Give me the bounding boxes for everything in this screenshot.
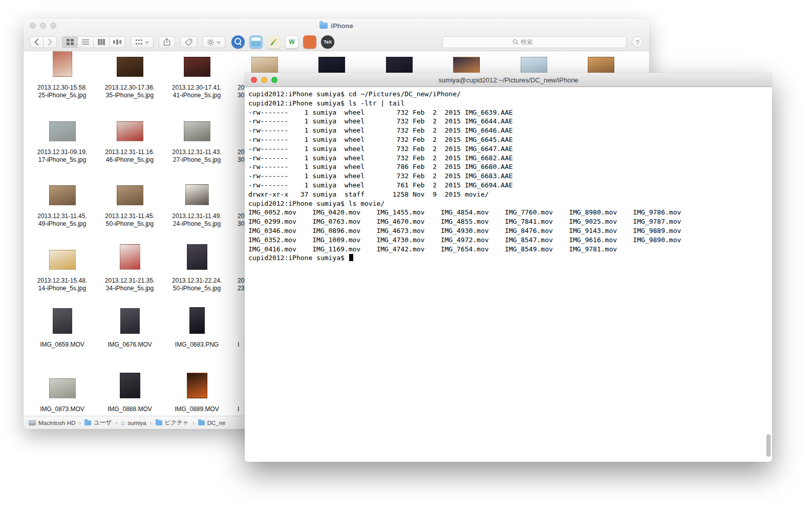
breadcrumb-item[interactable]: ユーザ bbox=[84, 419, 112, 426]
forward-icon bbox=[48, 38, 52, 46]
folder-icon bbox=[198, 420, 205, 425]
file-item[interactable]: IMG_0873.MOV bbox=[29, 369, 96, 413]
file-thumbnail[interactable] bbox=[53, 51, 72, 77]
file-name: IMG_0888.MOV bbox=[96, 406, 163, 413]
file-thumbnail[interactable] bbox=[189, 307, 205, 334]
file-thumbnail[interactable] bbox=[184, 121, 210, 141]
nav-buttons bbox=[30, 36, 57, 48]
terminal-content: cupid2012:iPhone sumiya$ cd ~/Pictures/D… bbox=[245, 87, 772, 462]
file-item[interactable]: 2013.12.31-11.45.50-iPhone_5s.jpg bbox=[96, 176, 163, 228]
file-item[interactable]: 2013.12.31-11.16.46-iPhone_5s.jpg bbox=[96, 112, 163, 164]
file-item[interactable]: 2013.12.31-15.48.14-iPhone_5s.jpg bbox=[29, 240, 96, 292]
share-button[interactable] bbox=[159, 36, 175, 48]
file-name: 2013.12.31-11.49.24-iPhone_5s.jpg bbox=[163, 212, 230, 228]
icon-view-button[interactable] bbox=[62, 36, 78, 48]
file-item[interactable]: IMG_0659.MOV bbox=[29, 304, 96, 349]
home-icon: ⌂ bbox=[121, 420, 125, 425]
search-input[interactable] bbox=[521, 38, 557, 46]
breadcrumb-item[interactable]: ⌂sumiya bbox=[121, 420, 146, 426]
file-name: 2013.12.30-17.41.41-iPhone_5s.jpg bbox=[163, 84, 230, 99]
file-thumbnail[interactable] bbox=[185, 184, 209, 205]
window-title-text: iPhone bbox=[331, 22, 353, 30]
file-item[interactable]: 2013.12.30-17.36.35-iPhone_5s.jpg bbox=[96, 51, 163, 99]
chevron-down-icon bbox=[217, 41, 221, 44]
breadcrumb-item[interactable]: ピクチャ bbox=[156, 419, 189, 426]
coverflow-view-button[interactable] bbox=[110, 36, 125, 48]
file-name: 2013.12.31-22.24.50-iPhone_5s.jpg bbox=[163, 277, 230, 292]
file-thumbnail[interactable] bbox=[184, 57, 210, 77]
file-name: 2013.12.31-15.48.14-iPhone_5s.jpg bbox=[29, 277, 96, 292]
folder-icon bbox=[84, 420, 91, 425]
back-button[interactable] bbox=[30, 36, 44, 48]
file-item[interactable]: 2013.12.30-17.41.41-iPhone_5s.jpg bbox=[163, 51, 230, 99]
tag-button[interactable] bbox=[180, 36, 197, 48]
file-name: 2013.12.31-21.35.34-iPhone_5s.jpg bbox=[96, 277, 163, 292]
arrange-icon bbox=[135, 39, 143, 46]
folder-icon bbox=[156, 420, 162, 425]
file-item[interactable]: 2013.12.31-11.43.27-iPhone_5s.jpg bbox=[163, 112, 230, 164]
file-thumbnail[interactable] bbox=[120, 373, 140, 398]
photos-app-icon[interactable] bbox=[249, 35, 263, 49]
terminal-screen[interactable]: cupid2012:iPhone sumiya$ cd ~/Pictures/D… bbox=[245, 87, 772, 263]
finder-toolbar: WTeX ? bbox=[24, 33, 649, 51]
file-item[interactable]: 2013.12.31-21.35.34-iPhone_5s.jpg bbox=[96, 240, 163, 292]
help-button[interactable]: ? bbox=[632, 36, 643, 48]
file-item[interactable]: 2013.12.31-11.45.49-iPhone_5s.jpg bbox=[29, 176, 96, 228]
action-button[interactable] bbox=[202, 36, 225, 48]
file-item[interactable]: 2013.12.31-11.49.24-iPhone_5s.jpg bbox=[163, 176, 230, 228]
file-thumbnail[interactable] bbox=[120, 308, 140, 334]
file-thumbnail[interactable] bbox=[49, 185, 76, 205]
word-app-icon[interactable]: W bbox=[285, 35, 298, 49]
file-name: IMG_0683.PNG bbox=[163, 341, 230, 349]
tag-icon bbox=[185, 38, 193, 46]
file-item[interactable]: IMG_0889.MOV bbox=[163, 369, 230, 413]
word-app-label: W bbox=[289, 38, 294, 46]
file-name: 2013.12.31-09.19.17-iPhone_5s.jpg bbox=[29, 148, 96, 164]
finder-titlebar[interactable]: iPhone bbox=[24, 18, 649, 33]
magnifier-app-icon[interactable] bbox=[231, 35, 245, 49]
file-thumbnail[interactable] bbox=[49, 378, 76, 398]
terminal-scrollbar-thumb[interactable] bbox=[766, 434, 771, 457]
breadcrumb-item[interactable]: Macintosh HD bbox=[29, 420, 75, 426]
forward-button[interactable] bbox=[44, 36, 57, 48]
file-thumbnail[interactable] bbox=[120, 244, 140, 270]
file-item[interactable]: 2013.12.31-22.24.50-iPhone_5s.jpg bbox=[163, 240, 230, 292]
column-view-button[interactable] bbox=[94, 36, 110, 48]
search-field[interactable] bbox=[442, 36, 627, 48]
breadcrumb-item[interactable]: DC_ne bbox=[198, 420, 226, 426]
file-item[interactable]: IMG_0676.MOV bbox=[96, 304, 163, 349]
file-thumbnail[interactable] bbox=[53, 308, 72, 334]
file-name: IMG_0873.MOV bbox=[29, 406, 96, 413]
terminal-titlebar[interactable]: sumiya@cupid2012:~/Pictures/DC_new/iPhon… bbox=[245, 73, 772, 87]
file-thumbnail[interactable] bbox=[49, 121, 76, 141]
file-name: IMG_0676.MOV bbox=[96, 341, 163, 349]
list-view-icon bbox=[82, 39, 89, 45]
file-thumbnail[interactable] bbox=[187, 373, 207, 398]
breadcrumb-separator: › bbox=[79, 419, 81, 426]
image-app-icon[interactable] bbox=[303, 35, 316, 49]
file-thumbnail[interactable] bbox=[187, 244, 207, 270]
folder-icon bbox=[319, 23, 328, 29]
breadcrumb-label: DC_ne bbox=[207, 420, 226, 426]
breadcrumb-separator: › bbox=[115, 419, 117, 426]
file-item[interactable]: 2013.12.30-15.58.25-iPhone_5s.jpg bbox=[29, 51, 96, 99]
breadcrumb-separator: › bbox=[193, 419, 195, 426]
list-view-button[interactable] bbox=[78, 36, 94, 48]
breadcrumb-separator: › bbox=[150, 419, 152, 426]
tex-app-icon[interactable]: TeX bbox=[321, 35, 334, 49]
arrange-button[interactable] bbox=[131, 36, 154, 48]
share-icon bbox=[163, 38, 170, 46]
file-item[interactable]: IMG_0683.PNG bbox=[163, 304, 230, 349]
tex-app-label: TeX bbox=[324, 39, 332, 45]
search-icon bbox=[512, 39, 519, 45]
file-thumbnail[interactable] bbox=[117, 57, 143, 77]
drive-icon bbox=[29, 420, 36, 425]
editor-app-icon[interactable] bbox=[267, 35, 281, 49]
file-item[interactable]: IMG_0888.MOV bbox=[96, 369, 163, 413]
file-thumbnail[interactable] bbox=[117, 185, 143, 205]
file-thumbnail[interactable] bbox=[117, 121, 143, 141]
help-label: ? bbox=[635, 38, 639, 46]
view-mode-control bbox=[62, 36, 125, 48]
file-thumbnail[interactable] bbox=[49, 250, 76, 270]
file-item[interactable]: 2013.12.31-09.19.17-iPhone_5s.jpg bbox=[29, 112, 96, 164]
